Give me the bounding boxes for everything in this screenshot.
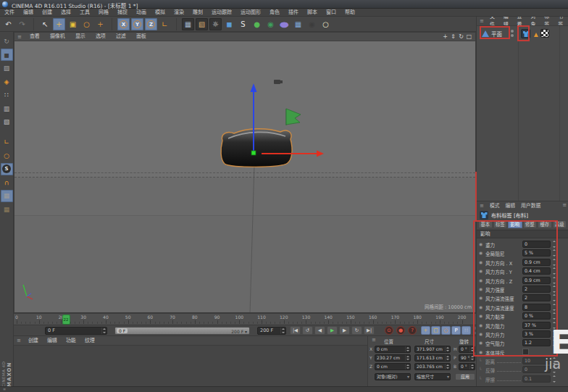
keyframe-selection-button[interactable]: ? xyxy=(408,326,417,335)
record-position-toggle[interactable]: + xyxy=(421,326,430,335)
menu-item[interactable]: 网格 xyxy=(94,9,113,17)
anim-dot[interactable]: ◉ xyxy=(479,322,483,328)
viewport-mouse-icon[interactable]: ○ xyxy=(1,149,13,162)
attribute-value-field[interactable]: 8 xyxy=(522,304,551,311)
attribute-section-header[interactable]: 影响 xyxy=(477,230,568,238)
viewport-menu-item[interactable]: 显示 xyxy=(70,33,91,41)
menu-item[interactable]: 脚本 xyxy=(303,9,322,17)
object-name[interactable]: 平面 xyxy=(491,30,502,38)
anim-dot[interactable]: ◉ xyxy=(479,259,483,264)
viewport[interactable]: ≡ 查看摄像机显示选项过滤面板 +⇕↻□ 透视视图 xyxy=(14,32,476,313)
attribute-value-field[interactable]: 0.9 cm xyxy=(522,259,551,266)
attribute-value-field[interactable]: 5 % xyxy=(522,249,551,257)
live-selection-icon[interactable]: ↖ xyxy=(39,18,51,30)
object-manager-list[interactable]: 平面 xyxy=(477,25,568,201)
attribute-value-field[interactable]: 3 % xyxy=(522,330,551,338)
next-keyframe-button[interactable]: ↻ xyxy=(351,326,362,335)
anim-dot[interactable]: ◉ xyxy=(479,340,483,345)
simulation-tag-icon[interactable] xyxy=(534,33,538,37)
edges-mode-icon[interactable]: ▥ xyxy=(1,102,13,114)
spinner[interactable] xyxy=(552,241,557,248)
lock-y-icon[interactable]: Y xyxy=(131,18,143,30)
attribute-value-field[interactable]: 37 % xyxy=(522,322,551,329)
viewport-menu-item[interactable]: 过滤 xyxy=(111,33,131,41)
pan-view-icon[interactable]: + xyxy=(441,33,449,41)
end-frame-field[interactable]: 200 F xyxy=(257,327,286,335)
playhead-marker[interactable]: 22 xyxy=(62,314,70,325)
viewport-menu-item[interactable]: 摄像机 xyxy=(45,33,70,41)
anim-dot[interactable]: ◉ xyxy=(479,295,483,300)
menu-item[interactable]: 插件 xyxy=(284,9,303,17)
spinner[interactable] xyxy=(280,328,285,334)
camera-icon[interactable]: ◉ xyxy=(306,18,318,30)
viewport-menu-item[interactable]: 查看 xyxy=(25,33,45,41)
pillow-object[interactable] xyxy=(221,129,292,167)
size-y-field[interactable]: 171.613 cm xyxy=(414,354,451,362)
spinner[interactable] xyxy=(552,277,557,284)
make-editable-icon[interactable]: ↻ xyxy=(1,36,13,48)
anim-dot[interactable]: ◉ xyxy=(479,278,483,283)
menu-item[interactable]: 渲染 xyxy=(170,9,188,17)
object-manager-menu-item[interactable]: 查看 xyxy=(514,17,528,25)
rotate-view-icon[interactable]: ↻ xyxy=(457,33,465,41)
texture-mode-icon[interactable]: ▨ xyxy=(1,62,13,75)
object-origin-handle[interactable] xyxy=(251,151,256,155)
go-to-end-button[interactable]: ▶| xyxy=(364,326,375,335)
material-menu-item[interactable]: 功能 xyxy=(62,337,80,345)
menu-item[interactable]: 创建 xyxy=(38,9,57,17)
spinner[interactable] xyxy=(552,312,557,320)
coord-system-icon[interactable]: ∟ xyxy=(159,18,171,30)
anim-dot[interactable]: ◉ xyxy=(479,313,483,318)
object-row[interactable]: 平面 xyxy=(477,28,568,39)
object-manager-menu-item[interactable]: 标签 xyxy=(541,17,555,25)
attribute-value-field[interactable]: 0.9 cm xyxy=(522,277,551,284)
size-mode-dropdown[interactable]: 缩放尺寸 xyxy=(414,373,451,380)
cloth-tag-icon[interactable] xyxy=(521,29,530,38)
anim-dot[interactable]: ◉ xyxy=(479,349,483,354)
tab-缓存[interactable]: 缓存 xyxy=(538,220,552,228)
menu-item[interactable]: 选择 xyxy=(57,9,75,17)
array-icon[interactable]: ▦ xyxy=(292,18,304,30)
workplane-mode-icon[interactable]: ◈ xyxy=(1,75,13,88)
menu-item[interactable]: 捕捉 xyxy=(113,9,132,17)
last-tool-icon[interactable]: + xyxy=(94,18,106,30)
spinner[interactable] xyxy=(469,364,475,370)
spinner[interactable] xyxy=(469,346,475,352)
indent-icon[interactable]: └ xyxy=(479,367,482,372)
environment-icon[interactable]: ● xyxy=(278,18,291,30)
scale-tool-icon[interactable]: ▣ xyxy=(67,18,79,30)
record-scale-toggle[interactable]: □ xyxy=(431,326,440,335)
indent-icon[interactable]: └ xyxy=(479,376,482,381)
menu-item[interactable]: 动画 xyxy=(132,9,151,17)
render-settings-icon[interactable]: ☼ xyxy=(209,18,222,30)
menu-item[interactable]: 窗口 xyxy=(322,9,341,17)
primitive-cube-icon[interactable]: ◼ xyxy=(223,18,235,30)
attribute-value-field[interactable]: 0.1 xyxy=(522,375,551,383)
tab-标签[interactable]: 标签 xyxy=(493,220,508,228)
redo-icon[interactable]: ↷ xyxy=(16,18,28,30)
render-view-icon[interactable]: ▦ xyxy=(182,18,194,30)
anim-dot[interactable]: ◉ xyxy=(479,304,483,309)
material-menu-item[interactable]: 创建 xyxy=(24,337,43,345)
menu-item[interactable]: 编辑 xyxy=(19,9,38,17)
points-mode-icon[interactable]: ∷ xyxy=(1,89,13,101)
panel-icon[interactable]: ≡ xyxy=(14,34,25,40)
render-to-picture-icon[interactable]: ▧ xyxy=(196,18,208,30)
attribute-value-field[interactable]: 2 xyxy=(522,294,551,301)
spinner[interactable] xyxy=(101,328,106,334)
viewport-menu-item[interactable]: 选项 xyxy=(91,33,111,41)
axis-mode-icon[interactable]: ∟ xyxy=(1,136,13,149)
tab-高级[interactable]: 高级 xyxy=(553,220,567,228)
panel-icon[interactable]: ≡ xyxy=(369,337,379,343)
rotate-tool-icon[interactable]: ○ xyxy=(80,18,93,30)
visibility-dot-editor[interactable] xyxy=(511,30,514,33)
timeline-range-slider[interactable]: 0 F200 F ▾ xyxy=(114,327,250,335)
light-icon[interactable]: ○ xyxy=(320,18,332,30)
subdivision-surface-icon[interactable]: ● xyxy=(251,18,263,30)
move-tool-icon[interactable]: + xyxy=(53,18,65,30)
deformer-icon[interactable]: ◉ xyxy=(264,18,277,30)
rotation-b-field[interactable]: 0 ° xyxy=(459,363,475,370)
anim-dot[interactable]: ◉ xyxy=(479,286,483,291)
tab-修整[interactable]: 修整 xyxy=(523,220,538,228)
workplane-snap-icon[interactable]: ▦ xyxy=(1,190,13,202)
